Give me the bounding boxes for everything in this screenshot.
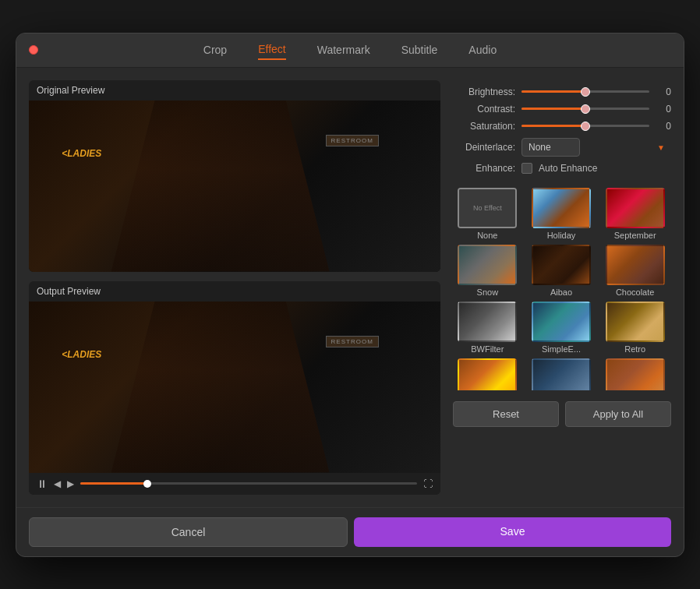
- effect-simplee-label: SimpleE...: [542, 344, 581, 354]
- effect-none-label: None: [477, 231, 497, 240]
- sliders-section: Brightness: 0 Contrast: 0: [453, 80, 671, 180]
- fullscreen-button[interactable]: ⛶: [423, 478, 433, 489]
- ladies-text-original: <LADIES: [62, 148, 101, 159]
- deinterlace-select-wrapper: None Blend Bob Discard Linear Mean X: [521, 138, 671, 157]
- brightness-slider[interactable]: [521, 90, 649, 93]
- effect-retro-thumb: [606, 302, 665, 342]
- effect-fuzzyimg[interactable]: FuzzyImg: [600, 358, 670, 390]
- effect-chocolate[interactable]: Chocolate: [600, 245, 670, 297]
- effect-simplee[interactable]: SimpleE...: [527, 302, 596, 354]
- playback-bar: ⏸ ◀ ▶ ⛶: [29, 473, 440, 495]
- progress-thumb[interactable]: [143, 480, 151, 488]
- brightness-label: Brightness:: [453, 86, 515, 97]
- brightness-value: 0: [656, 86, 671, 97]
- effect-chocolate-thumb: [606, 245, 665, 285]
- save-button[interactable]: Save: [354, 517, 671, 547]
- saturation-fill: [521, 125, 585, 127]
- effect-retro-label: Retro: [624, 344, 645, 354]
- progress-bar[interactable]: [80, 482, 417, 485]
- deinterlace-row: Deinterlace: None Blend Bob Discard Line…: [453, 138, 671, 157]
- effect-none-thumb: No Effect: [458, 188, 517, 228]
- restroom-sign-original: RESTROOM: [326, 135, 379, 146]
- ladies-text-output: <LADIES: [62, 349, 101, 360]
- bottom-buttons: Cancel Save: [16, 507, 684, 556]
- effects-grid: No Effect None Holiday September: [453, 188, 671, 390]
- contrast-thumb[interactable]: [581, 104, 590, 114]
- contrast-label: Contrast:: [453, 104, 515, 115]
- auto-enhance-text: Auto Enhance: [539, 163, 597, 174]
- effect-simplee-thumb: [532, 302, 591, 342]
- saturation-slider[interactable]: [521, 125, 649, 127]
- tab-effect[interactable]: Effect: [258, 40, 286, 60]
- prev-frame-button[interactable]: ◀: [54, 478, 61, 489]
- output-preview-video: <LADIES RESTROOM: [29, 302, 440, 473]
- effect-snow[interactable]: Snow: [453, 245, 522, 297]
- effect-raindrop[interactable]: RainDrop: [527, 358, 596, 390]
- saturation-thumb[interactable]: [581, 122, 590, 131]
- enhance-label: Enhance:: [453, 163, 515, 174]
- effect-snow-label: Snow: [477, 287, 499, 297]
- contrast-value: 0: [656, 104, 671, 115]
- right-panel: Brightness: 0 Contrast: 0: [453, 80, 671, 495]
- effect-aibao-label: Aibao: [550, 287, 572, 297]
- pause-button[interactable]: ⏸: [37, 478, 48, 490]
- brightness-thumb[interactable]: [581, 87, 590, 97]
- tab-audio[interactable]: Audio: [468, 41, 497, 59]
- door-figure-output: [111, 302, 330, 473]
- tab-crop[interactable]: Crop: [203, 41, 227, 59]
- main-content: Original Preview <LADIES RESTROOM Output…: [16, 68, 684, 507]
- saturation-row: Saturation: 0: [453, 121, 671, 132]
- effect-bwfilter[interactable]: BWFilter: [453, 302, 522, 354]
- brightness-fill: [521, 90, 585, 93]
- deinterlace-select[interactable]: None Blend Bob Discard Linear Mean X: [521, 138, 580, 157]
- original-video-scene: <LADIES RESTROOM: [29, 101, 440, 272]
- effect-glow-thumb: [458, 358, 517, 390]
- effect-snow-thumb: [458, 245, 517, 285]
- original-preview-section: Original Preview <LADIES RESTROOM: [29, 80, 440, 272]
- output-preview-section: Output Preview <LADIES RESTROOM ⏸ ◀ ▶: [29, 281, 440, 495]
- effect-september[interactable]: September: [600, 188, 670, 240]
- close-button[interactable]: [29, 45, 38, 55]
- effect-fuzzyimg-thumb: [606, 358, 665, 390]
- progress-fill: [80, 482, 147, 485]
- door-figure-original: [111, 101, 330, 272]
- enhance-row: Enhance: Auto Enhance: [453, 163, 671, 174]
- apply-to-all-button[interactable]: Apply to All: [565, 401, 671, 427]
- tab-subtitle[interactable]: Subtitle: [401, 41, 438, 59]
- effect-september-thumb: [606, 188, 665, 228]
- titlebar: Crop Effect Watermark Subtitle Audio: [16, 34, 684, 68]
- saturation-label: Saturation:: [453, 121, 515, 132]
- cancel-button[interactable]: Cancel: [29, 517, 348, 547]
- effect-raindrop-thumb: [532, 358, 591, 390]
- effect-chocolate-label: Chocolate: [616, 287, 655, 297]
- reset-button[interactable]: Reset: [453, 401, 559, 427]
- saturation-value: 0: [656, 121, 671, 132]
- main-window: Crop Effect Watermark Subtitle Audio Ori…: [16, 33, 684, 557]
- effect-glow[interactable]: Glow: [453, 358, 522, 390]
- auto-enhance-checkbox[interactable]: [521, 163, 532, 174]
- effect-aibao[interactable]: Aibao: [527, 245, 596, 297]
- effect-aibao-thumb: [532, 245, 591, 285]
- original-preview-video: <LADIES RESTROOM: [29, 101, 440, 272]
- original-preview-label: Original Preview: [29, 80, 440, 101]
- effect-holiday-thumb: [532, 188, 591, 228]
- tab-bar: Crop Effect Watermark Subtitle Audio: [16, 40, 684, 60]
- left-panel: Original Preview <LADIES RESTROOM Output…: [29, 80, 440, 495]
- tab-watermark[interactable]: Watermark: [317, 41, 370, 59]
- output-video-scene: <LADIES RESTROOM: [29, 302, 440, 473]
- effect-holiday[interactable]: Holiday: [527, 188, 596, 240]
- contrast-slider[interactable]: [521, 108, 649, 110]
- effect-bwfilter-label: BWFilter: [471, 344, 504, 354]
- effect-none[interactable]: No Effect None: [453, 188, 522, 240]
- contrast-fill: [521, 108, 585, 110]
- brightness-row: Brightness: 0: [453, 86, 671, 97]
- effect-bwfilter-thumb: [458, 302, 517, 342]
- effect-holiday-label: Holiday: [547, 231, 576, 240]
- action-buttons: Reset Apply to All: [453, 401, 671, 427]
- next-frame-button[interactable]: ▶: [67, 478, 74, 489]
- effect-retro[interactable]: Retro: [600, 302, 670, 354]
- output-preview-label: Output Preview: [29, 281, 440, 302]
- contrast-row: Contrast: 0: [453, 104, 671, 115]
- deinterlace-label: Deinterlace:: [453, 142, 515, 153]
- effect-september-label: September: [614, 231, 656, 240]
